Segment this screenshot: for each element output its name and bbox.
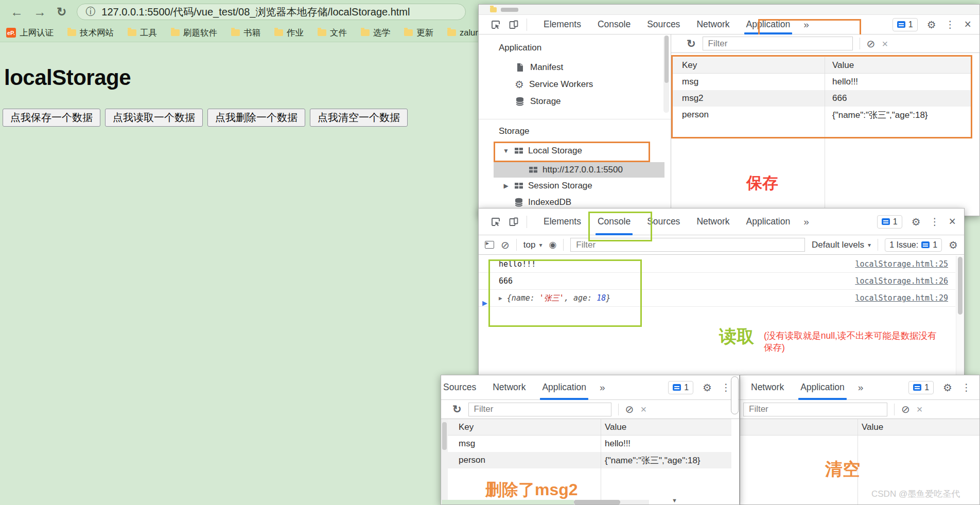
- refresh-icon[interactable]: ↻: [452, 403, 462, 415]
- close-icon[interactable]: ×: [965, 19, 971, 30]
- read-data-button[interactable]: 点我读取一个数据: [105, 109, 203, 127]
- more-dots-icon[interactable]: ⋮: [946, 20, 955, 29]
- console-prompt-icon[interactable]: ▶: [482, 299, 487, 307]
- sidebar-item-storage[interactable]: Storage: [515, 95, 561, 108]
- sidebar-item-manifest[interactable]: Manifest: [515, 61, 563, 74]
- info-icon[interactable]: ⓘ: [85, 5, 95, 19]
- scrollbar[interactable]: [731, 376, 739, 414]
- clear-all-icon[interactable]: ⊘: [625, 403, 634, 415]
- issues-badge[interactable]: 1: [908, 381, 934, 394]
- value-column-header[interactable]: Value: [857, 422, 883, 432]
- more-dots-icon[interactable]: ⋮: [930, 217, 940, 227]
- address-bar[interactable]: ⓘ 127.0.0.1:5500/代码/vue_test/08_浏览器本地存储/…: [77, 4, 466, 20]
- tab-sources[interactable]: Sources: [441, 375, 484, 399]
- clear-console-icon[interactable]: ⊘: [501, 239, 510, 251]
- device-toolbar-icon[interactable]: [509, 20, 519, 30]
- bookmark-item[interactable]: 作业: [274, 27, 304, 39]
- refresh-icon[interactable]: ↻: [57, 6, 66, 18]
- tab-elements[interactable]: Elements: [535, 15, 589, 34]
- more-dots-icon[interactable]: ⋮: [961, 382, 971, 392]
- tab-elements[interactable]: Elements: [535, 208, 589, 235]
- table-row[interactable]: msg hello!!!: [448, 436, 731, 452]
- console-sidebar-toggle-icon[interactable]: [485, 241, 494, 249]
- column-divider[interactable]: [601, 419, 601, 501]
- delete-data-button[interactable]: 点我删除一个数据: [207, 109, 305, 127]
- save-data-button[interactable]: 点我保存一个数据: [3, 109, 100, 127]
- sidebar-item-service-workers[interactable]: ⚙ Service Workers: [515, 78, 593, 91]
- device-toolbar-icon[interactable]: [509, 217, 519, 227]
- bookmark-item[interactable]: 刷题软件: [171, 27, 217, 39]
- tab-application[interactable]: Application: [738, 208, 799, 235]
- bookmark-item[interactable]: 更新: [404, 27, 433, 39]
- delete-selected-icon[interactable]: ×: [640, 404, 646, 414]
- issues-badge[interactable]: 1: [877, 215, 902, 229]
- gear-icon[interactable]: ⚙: [927, 20, 936, 30]
- bookmark-item[interactable]: 文件: [318, 27, 347, 39]
- tab-console[interactable]: Console: [589, 208, 639, 235]
- more-tabs-icon[interactable]: »: [798, 216, 814, 228]
- issues-badge[interactable]: 1: [892, 18, 918, 31]
- close-icon[interactable]: ×: [949, 216, 956, 228]
- storage-filter-input[interactable]: [743, 403, 887, 416]
- tab-network[interactable]: Network: [688, 208, 738, 235]
- back-icon[interactable]: ←: [10, 6, 23, 19]
- key-column-header[interactable]: Key: [671, 60, 825, 71]
- context-selector[interactable]: top ▾: [523, 240, 542, 250]
- tab-console[interactable]: Console: [589, 15, 639, 34]
- expand-triangle-icon[interactable]: ▶: [499, 295, 502, 302]
- table-row[interactable]: person {"name":"张三","age":18}: [448, 452, 731, 468]
- console-log-row[interactable]: hello!!! localStorage.html:25: [479, 256, 955, 273]
- log-levels-selector[interactable]: Default levels ▾: [812, 240, 871, 250]
- more-tabs-icon[interactable]: »: [798, 19, 814, 30]
- more-dots-icon[interactable]: ⋮: [721, 382, 731, 392]
- delete-selected-icon[interactable]: ×: [882, 39, 888, 49]
- tab-network[interactable]: Network: [484, 375, 534, 399]
- more-tabs-icon[interactable]: »: [853, 382, 869, 393]
- bookmark-item[interactable]: 选学: [361, 27, 390, 39]
- console-log-row[interactable]: ▶ {name: '张三', age: 18} localStorage.htm…: [479, 290, 955, 307]
- source-link[interactable]: localStorage.html:29: [855, 293, 948, 303]
- gear-icon[interactable]: ⚙: [912, 217, 921, 227]
- issue-summary-badge[interactable]: 1 Issue: 1: [885, 238, 942, 252]
- console-log-row[interactable]: 666 localStorage.html:26: [479, 273, 955, 290]
- tree-item-indexeddb[interactable]: IndexedDB: [514, 197, 571, 207]
- delete-selected-icon[interactable]: ×: [917, 404, 923, 414]
- forward-icon[interactable]: →: [33, 6, 46, 19]
- storage-filter-input[interactable]: [468, 403, 611, 416]
- key-column-header[interactable]: Key: [448, 422, 601, 432]
- tab-network[interactable]: Network: [688, 15, 738, 34]
- triangle-open-icon[interactable]: ▼: [502, 147, 510, 154]
- inspect-icon[interactable]: [491, 20, 501, 30]
- scrollbar[interactable]: [663, 36, 669, 113]
- refresh-icon[interactable]: ↻: [687, 38, 696, 50]
- gear-icon[interactable]: ⚙: [703, 382, 712, 393]
- clear-data-button[interactable]: 点我清空一个数据: [310, 109, 408, 127]
- tab-sources[interactable]: Sources: [639, 15, 688, 34]
- issues-badge[interactable]: 1: [668, 381, 693, 394]
- column-divider[interactable]: [825, 57, 825, 216]
- tree-item-local-storage[interactable]: ▼ Local Storage: [502, 146, 582, 156]
- table-row[interactable]: msg2 666: [671, 90, 972, 107]
- tab-application[interactable]: Application: [738, 15, 799, 34]
- bookmark-item[interactable]: eP. 上网认证: [6, 27, 54, 39]
- tree-item-session-storage[interactable]: ▶ Session Storage: [502, 181, 592, 191]
- storage-filter-input[interactable]: [703, 37, 853, 50]
- scrollbar[interactable]: [441, 419, 448, 500]
- inspect-icon[interactable]: [491, 217, 501, 227]
- console-filter-input[interactable]: [570, 238, 805, 252]
- source-link[interactable]: localStorage.html:26: [855, 276, 948, 286]
- bookmark-item[interactable]: 工具: [128, 27, 157, 39]
- value-column-header[interactable]: Value: [601, 422, 626, 432]
- tree-item-origin-selected[interactable]: http://127.0.0.1:5500: [494, 162, 664, 178]
- tab-sources[interactable]: Sources: [639, 208, 688, 235]
- clear-all-icon[interactable]: ⊘: [867, 38, 876, 50]
- horizontal-scrollbar[interactable]: [442, 500, 730, 504]
- tab-network[interactable]: Network: [740, 375, 792, 399]
- console-settings-gear-icon[interactable]: ⚙: [949, 240, 958, 250]
- more-tabs-icon[interactable]: »: [594, 382, 610, 393]
- scrollbar-thumb[interactable]: [574, 500, 620, 504]
- scrollbar[interactable]: [956, 256, 964, 375]
- value-column-header[interactable]: Value: [825, 60, 854, 71]
- url-text[interactable]: 127.0.0.1:5500/代码/vue_test/08_浏览器本地存储/lo…: [101, 5, 410, 19]
- triangle-closed-icon[interactable]: ▶: [502, 182, 510, 189]
